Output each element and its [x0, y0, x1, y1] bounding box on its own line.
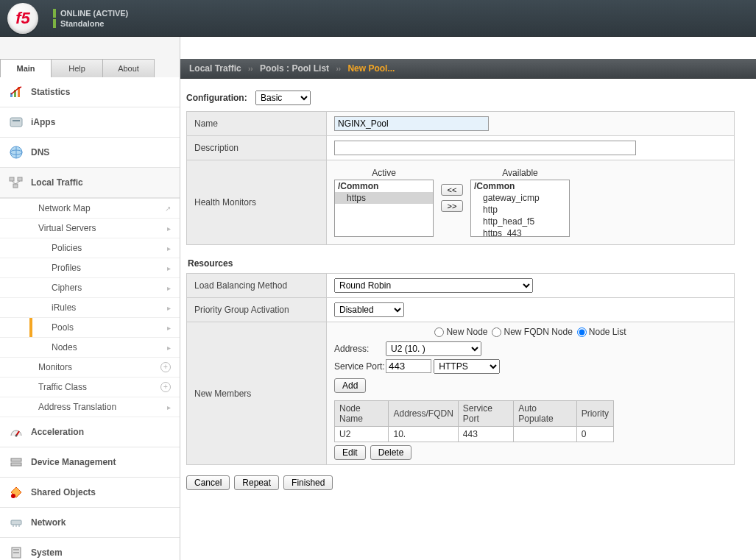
sub-monitors[interactable]: Monitors+	[0, 358, 180, 378]
sub-policies[interactable]: Policies▸	[0, 238, 180, 258]
sub-ciphers[interactable]: Ciphers▸	[0, 278, 180, 298]
main-content: Local Traffic ›› Pools : Pool List ›› Ne…	[180, 37, 756, 560]
active-item-https[interactable]: https	[335, 192, 433, 204]
active-title: Active	[372, 168, 396, 178]
sidebar: Main Help About Statistics iApps DNS Loc…	[0, 37, 180, 560]
nav-iapps[interactable]: iApps	[0, 107, 180, 138]
nav-statistics[interactable]: Statistics	[0, 77, 180, 107]
svg-rect-10	[13, 184, 18, 188]
nav-network[interactable]: Network	[0, 508, 180, 538]
nav-dns[interactable]: DNS	[0, 138, 180, 168]
acceleration-icon	[9, 425, 24, 439]
add-button[interactable]: Add	[334, 378, 366, 393]
repeat-button[interactable]: Repeat	[234, 475, 279, 490]
available-group: /Common	[471, 180, 569, 192]
cell-port: 443	[458, 427, 514, 442]
system-icon	[9, 545, 24, 560]
radio-node-list-input[interactable]	[577, 327, 587, 337]
description-input[interactable]	[334, 141, 636, 155]
chevron-right-icon: ▸	[167, 284, 171, 292]
sub-traffic-class[interactable]: Traffic Class+	[0, 378, 180, 397]
move-left-button[interactable]: <<	[441, 184, 463, 196]
active-group: /Common	[335, 180, 433, 192]
cancel-button[interactable]: Cancel	[186, 475, 230, 490]
tab-about[interactable]: About	[103, 59, 155, 77]
delete-button[interactable]: Delete	[370, 445, 412, 460]
nav-system[interactable]: System	[0, 538, 180, 560]
name-input[interactable]	[334, 116, 489, 131]
svg-rect-24	[13, 549, 19, 550]
svg-rect-4	[13, 120, 20, 121]
available-item[interactable]: gateway_icmp	[471, 192, 569, 204]
svg-rect-16	[11, 463, 21, 466]
sub-pools[interactable]: Pools▸	[0, 318, 180, 338]
service-port-input[interactable]	[386, 359, 431, 373]
add-icon[interactable]: +	[160, 362, 171, 372]
svg-rect-25	[13, 552, 19, 553]
expand-icon: ↗	[165, 205, 171, 213]
edit-button[interactable]: Edit	[334, 445, 366, 460]
breadcrumb-a[interactable]: Local Traffic	[189, 63, 241, 74]
radio-new-fqdn-input[interactable]	[492, 327, 501, 337]
table-row[interactable]: U2 10. 443 0	[335, 427, 614, 442]
available-monitors-listbox[interactable]: /Common gateway_icmp http http_head_f5 h…	[470, 180, 570, 237]
sub-nodes[interactable]: Nodes▸	[0, 338, 180, 358]
chevron-right-icon: ▸	[167, 264, 171, 272]
resources-table: Load Balancing Method Round Robin Priori…	[186, 273, 735, 465]
svg-rect-15	[11, 458, 21, 461]
nav-acceleration[interactable]: Acceleration	[0, 417, 180, 447]
svg-line-12	[15, 181, 20, 184]
nav-shared-objects[interactable]: Shared Objects	[0, 478, 180, 508]
pga-select[interactable]: Disabled	[334, 302, 404, 317]
f5-logo: f5	[7, 3, 38, 34]
nav-device-management-label: Device Management	[31, 457, 116, 467]
statistics-icon	[9, 85, 24, 99]
iapps-icon	[9, 115, 24, 130]
radio-new-node-input[interactable]	[434, 327, 444, 337]
sub-irules[interactable]: iRules▸	[0, 298, 180, 318]
tab-main[interactable]: Main	[0, 59, 52, 77]
chevron-right-icon: ▸	[167, 224, 171, 233]
protocol-select[interactable]: HTTPS	[434, 359, 500, 374]
move-right-button[interactable]: >>	[441, 200, 463, 212]
nav-local-traffic-label: Local Traffic	[31, 177, 83, 188]
pga-label: Priority Group Activation	[187, 298, 327, 322]
radio-new-node[interactable]: New Node	[434, 327, 487, 337]
sub-virtual-servers[interactable]: Virtual Servers▸	[0, 219, 180, 238]
name-label: Name	[187, 112, 327, 136]
nav-shared-objects-label: Shared Objects	[31, 487, 96, 497]
available-item[interactable]: http	[471, 204, 569, 216]
available-item[interactable]: http_head_f5	[471, 216, 569, 227]
tab-help[interactable]: Help	[52, 59, 103, 77]
finished-button[interactable]: Finished	[283, 475, 333, 490]
active-monitors-listbox[interactable]: /Common https	[334, 180, 434, 237]
nav-dns-label: DNS	[31, 147, 49, 157]
sub-address-translation[interactable]: Address Translation▸	[0, 397, 180, 417]
available-item[interactable]: https_443	[471, 227, 569, 237]
status-indicator-icon	[53, 19, 56, 28]
cell-auto	[514, 427, 576, 442]
address-label: Address:	[334, 344, 386, 354]
radio-new-fqdn-node[interactable]: New FQDN Node	[492, 327, 572, 337]
add-icon[interactable]: +	[160, 382, 171, 392]
local-traffic-icon	[9, 175, 24, 190]
nav-local-traffic[interactable]: Local Traffic	[0, 168, 180, 198]
status-standalone: Standalone	[60, 19, 104, 28]
svg-point-18	[11, 494, 15, 498]
sub-network-map[interactable]: Network Map↗	[0, 199, 180, 219]
radio-node-list[interactable]: Node List	[577, 327, 626, 337]
address-select[interactable]: U2 (10. )	[386, 341, 481, 356]
breadcrumb: Local Traffic ›› Pools : Pool List ›› Ne…	[180, 59, 756, 79]
svg-rect-3	[10, 118, 22, 127]
lbm-select[interactable]: Round Robin	[334, 278, 533, 293]
nav-statistics-label: Statistics	[31, 87, 70, 97]
resources-title: Resources	[186, 255, 747, 273]
sub-profiles[interactable]: Profiles▸	[0, 258, 180, 278]
breadcrumb-b[interactable]: Pools : Pool List	[260, 63, 329, 74]
th-auto-populate: Auto Populate	[514, 401, 576, 427]
app-header: f5 ONLINE (ACTIVE) Standalone	[0, 0, 756, 37]
nav-device-management[interactable]: Device Management	[0, 447, 180, 478]
configuration-select[interactable]: Basic	[255, 91, 311, 105]
svg-rect-9	[18, 177, 22, 181]
shared-objects-icon	[9, 485, 24, 500]
